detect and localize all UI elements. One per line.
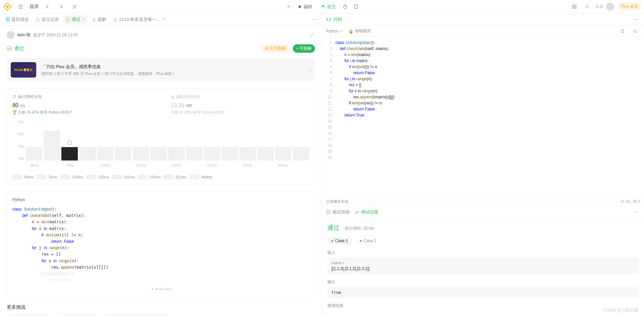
chart-bar[interactable]	[257, 147, 274, 161]
title: 题库	[30, 4, 39, 10]
problem-chip[interactable]: 2678. 老人的数目	[57, 314, 101, 316]
promo-sub: 限时购 1 得 2 可享 365 天 Plus 会员 + 热门平台会员权益，感恩…	[42, 71, 304, 76]
chart-bar[interactable]	[204, 147, 220, 161]
chart-bar[interactable]	[44, 131, 60, 161]
avatar[interactable]	[606, 3, 614, 11]
legend-chip[interactable]: 120ms	[60, 175, 83, 179]
legend-chip[interactable]: 132ms	[86, 175, 109, 179]
legend-chip[interactable]: 224ms	[138, 175, 161, 179]
sparkle-icon[interactable]: ✦	[283, 2, 293, 11]
more-challenges-title: 更多挑战	[7, 304, 315, 310]
memory-sub: 击败 41.18% 使用 Python 的用户	[171, 110, 310, 115]
output-label: 输出	[327, 279, 639, 285]
tab-accepted[interactable]: 通过✕	[63, 15, 88, 24]
left-tab-bar: 题目描述 提交记录 通过✕ 题解 2133.检查是否每一…✕ ⋯	[0, 13, 322, 26]
list-icon[interactable]	[16, 2, 25, 11]
code-editor[interactable]: 1234567891011121314151617181920 class So…	[322, 37, 644, 197]
run-label: 运行	[304, 4, 312, 10]
problem-chip[interactable]: 1338. 数组大小减半	[7, 314, 54, 316]
link-icon[interactable]	[309, 32, 315, 38]
chart-bar[interactable]	[168, 147, 185, 161]
legend-chip[interactable]: 152ms	[112, 175, 135, 179]
runtime-sub: 🏆 击败 76.47% 使用 Python 的用户	[12, 110, 151, 115]
stats-card: ⏱ 执行用时分布 80 ms 🏆 击败 76.47% 使用 Python 的用户…	[7, 88, 315, 185]
chart-bar[interactable]	[222, 147, 238, 161]
svg-rect-5	[575, 7, 576, 9]
runtime-value: 80 ms	[12, 102, 151, 108]
legend-chip[interactable]: 60ms	[12, 175, 34, 179]
gear-icon[interactable]	[582, 2, 592, 11]
tab-solutions[interactable]: 题解	[89, 15, 109, 24]
legend-chip[interactable]: 76ms	[36, 175, 57, 179]
svg-rect-9	[327, 211, 330, 214]
legend-chip[interactable]: 404ms	[189, 175, 212, 179]
note-icon[interactable]	[351, 2, 361, 11]
official-solution-button[interactable]: ⊕官方惠解	[262, 44, 289, 53]
language-select[interactable]: Python	[326, 29, 343, 34]
bookmark-icon[interactable]	[618, 27, 627, 36]
test-cases-tab[interactable]: 测试用例	[326, 209, 350, 215]
case-1-tab[interactable]: Case 1	[327, 237, 352, 244]
shuffle-icon[interactable]	[70, 2, 79, 11]
code-title: 代码	[326, 16, 342, 22]
close-icon[interactable]: ✕	[162, 17, 165, 21]
chart-bar[interactable]	[239, 147, 256, 161]
chart-bar[interactable]	[293, 147, 309, 161]
chart-bar[interactable]	[115, 147, 131, 161]
chart-bar[interactable]	[97, 147, 113, 161]
fire-count[interactable]: 0	[595, 4, 603, 9]
chart-bar[interactable]	[186, 147, 203, 161]
output-box: true	[327, 287, 639, 298]
cursor-pos: 行 14，列 1	[621, 199, 640, 204]
test-pass: 通过	[327, 224, 339, 232]
promo-image: PLUS 量更大	[11, 62, 36, 78]
accepted-badge: 通过	[7, 45, 24, 52]
test-panel: 测试用例 测试结果 ⋯ 通过 执行用时: 20 ms Case 1 Case 2…	[322, 206, 644, 316]
tab-submissions[interactable]: 提交记录	[33, 15, 62, 24]
more-icon[interactable]: ⋯	[630, 208, 640, 216]
close-icon[interactable]: ✕	[82, 17, 85, 21]
watermark: CSDN @心软且酷	[603, 307, 639, 313]
promo-banner[interactable]: PLUS 量更大 「力扣 Plus 会员」感恩季优惠 限时购 1 得 2 可享 …	[7, 58, 315, 82]
chart-bar[interactable]	[150, 147, 167, 161]
tab-description[interactable]: 题目描述	[3, 15, 32, 24]
svg-point-6	[586, 6, 588, 7]
chart-bar[interactable]	[275, 147, 291, 161]
input-box: matrix = [[1,2,3],[3,1,2],[2,3,1]]	[327, 258, 639, 274]
code-header: 代码 ⋯	[322, 13, 644, 26]
chart-bar[interactable]	[26, 147, 42, 161]
more-icon[interactable]: ⋯	[309, 15, 319, 23]
left-content: tom-张 提交于 2023.11.28 11:05 通过 ⊕官方惠解 + 写题…	[0, 26, 322, 316]
expected-label: 预期结果	[327, 303, 639, 309]
author-avatar[interactable]	[7, 31, 15, 39]
svg-rect-1	[354, 5, 358, 8]
test-time: 执行用时: 20 ms	[345, 226, 374, 231]
problem-chip[interactable]: 2908. 元素和最小的山形三元组 I	[104, 314, 174, 316]
chart-bar[interactable]	[79, 147, 96, 161]
layout-icon[interactable]	[570, 2, 579, 11]
test-result-tab[interactable]: 测试结果	[355, 209, 378, 215]
write-solution-button[interactable]: + 写题解	[293, 44, 315, 53]
runtime-chart: 15%10%5%0% 60ms76ms120ms132ms152ms224ms3…	[12, 120, 309, 171]
chart-bar[interactable]	[61, 147, 78, 161]
case-2-tab[interactable]: Case 2	[356, 237, 380, 244]
run-button[interactable]: 运行	[294, 2, 316, 11]
timer-icon[interactable]	[340, 2, 350, 11]
next-icon[interactable]	[56, 2, 66, 11]
submit-button[interactable]: 提交	[317, 2, 339, 11]
runtime-label: ⏱ 执行用时分布	[12, 94, 151, 100]
chart-bar[interactable]	[132, 147, 149, 161]
logo-icon[interactable]	[3, 2, 12, 11]
prev-icon[interactable]	[43, 2, 52, 11]
more-icon[interactable]: ⋯	[630, 15, 640, 23]
plus-badge[interactable]: Plus 会员	[618, 2, 641, 11]
svg-rect-3	[575, 5, 576, 6]
right-panel: 代码 ⋯ Python 🔒 智能模式 123456789101112131415…	[322, 13, 644, 316]
reset-icon[interactable]	[631, 27, 640, 36]
mode-indicator[interactable]: 🔒 智能模式	[348, 28, 371, 34]
tab-problem[interactable]: 2133.检查是否每一…✕	[110, 15, 168, 24]
memory-label: ⊞ 消耗内存分布	[171, 94, 310, 100]
legend-chip[interactable]: 312ms	[163, 175, 186, 179]
memory-value: 13.38 MB	[171, 102, 310, 108]
chevron-right-icon: ›	[309, 66, 311, 74]
